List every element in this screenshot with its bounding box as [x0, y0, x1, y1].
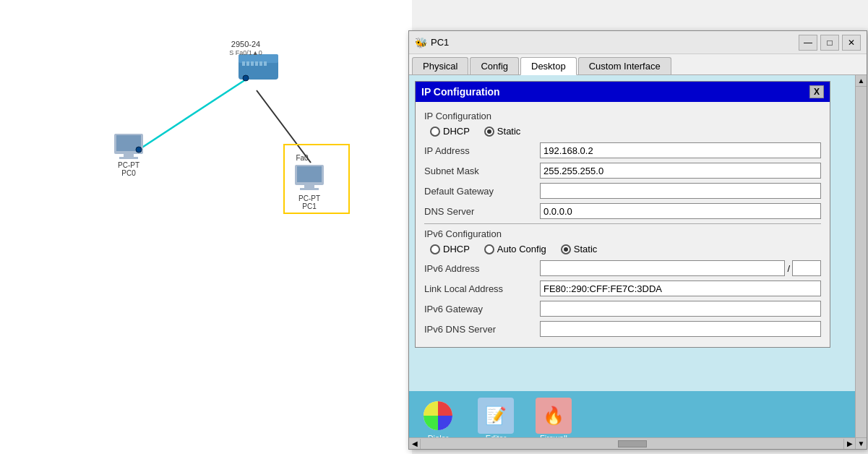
- ipv4-static-label: Static: [497, 126, 521, 137]
- ipv6-address-label: IPv6 Address: [424, 263, 540, 274]
- svg-rect-21: [297, 166, 322, 182]
- bottom-scrollbar[interactable]: ◀ ▶: [409, 437, 855, 449]
- right-scrollbar[interactable]: ▲ ▼: [855, 75, 867, 449]
- ipv6-gateway-input[interactable]: [540, 301, 821, 317]
- ipv6-dns-input[interactable]: [540, 321, 821, 337]
- ipv6-address-input[interactable]: [540, 260, 785, 276]
- ipv4-section-label: IP Configuration: [424, 111, 821, 121]
- desktop-icon-editor[interactable]: 📝 Editor: [474, 398, 517, 442]
- svg-rect-8: [259, 61, 262, 66]
- subnet-mask-input[interactable]: [540, 163, 821, 179]
- ip-config-body: IP Configuration DHCP Static IP Address: [416, 102, 830, 347]
- title-bar: 🐝 PC1 — □ ✕: [409, 31, 867, 54]
- close-button[interactable]: ✕: [842, 35, 861, 51]
- ipv4-dhcp-radio[interactable]: [430, 127, 440, 137]
- minimize-button[interactable]: —: [799, 35, 817, 51]
- ipv6-mode-row: DHCP Auto Config Static: [430, 244, 821, 254]
- network-canvas: 2950-24 S Fa0/1▲0 PC-PT PC0 Fa0 PC-PT PC…: [0, 0, 412, 454]
- ipv6-auto-radio[interactable]: [484, 244, 494, 254]
- ipv6-static-radio[interactable]: [561, 244, 571, 254]
- window-title: PC1: [431, 37, 799, 48]
- svg-text:PC-PT: PC-PT: [298, 194, 320, 202]
- ipv6-dns-row: IPv6 DNS Server: [424, 321, 821, 337]
- tab-config[interactable]: Config: [470, 57, 519, 74]
- title-controls: — □ ✕: [799, 35, 861, 51]
- tab-physical[interactable]: Physical: [412, 57, 468, 74]
- ipv6-gateway-row: IPv6 Gateway: [424, 301, 821, 317]
- ipv6-dhcp-radio[interactable]: [430, 244, 440, 254]
- svg-text:PC-PT: PC-PT: [118, 161, 139, 169]
- ip-config-title-bar: IP Configuration X: [416, 82, 830, 102]
- desktop-icon-dialer[interactable]: Dialer: [416, 398, 460, 442]
- desktop-icon-firewall[interactable]: 🔥 Firewall: [532, 398, 575, 442]
- ipv6-static-option[interactable]: Static: [561, 244, 598, 254]
- ip-address-label: IP Address: [424, 145, 540, 156]
- ipv6-address-with-prefix: /: [540, 260, 821, 276]
- svg-text:Fa0: Fa0: [296, 154, 309, 162]
- default-gateway-row: Default Gateway: [424, 183, 821, 199]
- svg-rect-7: [255, 61, 258, 66]
- subnet-mask-row: Subnet Mask: [424, 163, 821, 179]
- ipv6-dhcp-label: DHCP: [443, 244, 470, 254]
- ip-config-title-text: IP Configuration: [421, 86, 500, 98]
- svg-rect-23: [300, 188, 319, 190]
- ipv4-dhcp-label: DHCP: [443, 126, 470, 137]
- svg-rect-6: [251, 61, 254, 66]
- subnet-mask-label: Subnet Mask: [424, 166, 540, 176]
- svg-point-15: [136, 147, 142, 153]
- svg-rect-9: [264, 61, 267, 66]
- svg-point-10: [243, 75, 249, 81]
- ip-config-close-button[interactable]: X: [809, 85, 824, 98]
- prefix-separator: /: [787, 263, 790, 274]
- dns-server-label: DNS Server: [424, 206, 540, 217]
- ipv4-static-option[interactable]: Static: [484, 126, 521, 137]
- tab-bar: Physical Config Desktop Custom Interface: [409, 54, 867, 75]
- ipv6-auto-option[interactable]: Auto Config: [484, 244, 546, 254]
- ipv6-auto-label: Auto Config: [497, 244, 546, 254]
- bee-icon: 🐝: [415, 37, 426, 48]
- default-gateway-label: Default Gateway: [424, 186, 540, 197]
- ipv6-static-label: Static: [574, 244, 598, 254]
- svg-text:PC1: PC1: [302, 202, 317, 210]
- network-diagram: 2950-24 S Fa0/1▲0 PC-PT PC0 Fa0 PC-PT PC…: [0, 0, 412, 454]
- svg-text:PC0: PC0: [121, 169, 136, 177]
- ip-address-row: IP Address: [424, 142, 821, 158]
- svg-rect-14: [119, 157, 138, 159]
- ip-config-dialog: IP Configuration X IP Configuration DHCP…: [415, 81, 830, 348]
- dialer-icon: [420, 398, 456, 434]
- link-local-row: Link Local Address: [424, 280, 821, 296]
- ipv4-dhcp-option[interactable]: DHCP: [430, 126, 470, 137]
- link-local-input[interactable]: [540, 280, 821, 296]
- dns-server-row: DNS Server: [424, 203, 821, 219]
- svg-rect-13: [124, 154, 134, 157]
- svg-line-0: [139, 80, 246, 150]
- default-gateway-input[interactable]: [540, 183, 821, 199]
- ipv6-address-row: IPv6 Address /: [424, 260, 821, 276]
- ipv6-prefix-input[interactable]: [792, 260, 821, 276]
- switch-label: 2950-24: [231, 40, 260, 48]
- svg-rect-22: [304, 185, 314, 188]
- ipv6-gateway-label: IPv6 Gateway: [424, 304, 540, 314]
- ipv6-section-label: IPv6 Configuration: [424, 228, 821, 239]
- tab-desktop[interactable]: Desktop: [520, 57, 577, 75]
- svg-rect-4: [242, 61, 245, 66]
- content-area: IP Configuration X IP Configuration DHCP…: [409, 75, 867, 449]
- pc1-window: 🐝 PC1 — □ ✕ Physical Config Desktop Cust…: [408, 30, 867, 450]
- tab-custom-interface[interactable]: Custom Interface: [578, 57, 671, 74]
- ipv4-mode-row: DHCP Static: [430, 126, 821, 137]
- ip-address-input[interactable]: [540, 142, 821, 158]
- ipv6-dhcp-option[interactable]: DHCP: [430, 244, 470, 254]
- switch-sublabel: S Fa0/1▲0: [229, 49, 262, 56]
- svg-rect-5: [246, 61, 249, 66]
- maximize-button[interactable]: □: [820, 35, 839, 51]
- dns-server-input[interactable]: [540, 203, 821, 219]
- link-local-label: Link Local Address: [424, 283, 540, 294]
- ipv6-dns-label: IPv6 DNS Server: [424, 324, 540, 335]
- ipv4-static-radio[interactable]: [484, 127, 494, 137]
